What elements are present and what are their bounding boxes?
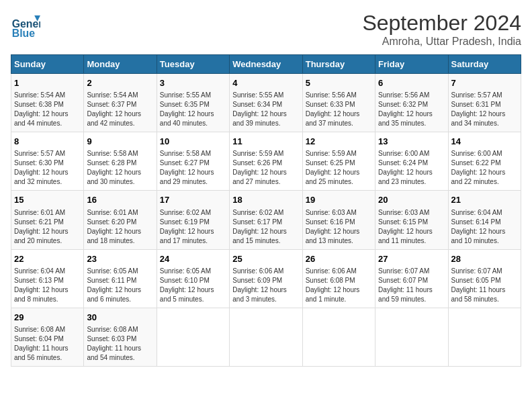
table-row: 5Sunrise: 5:56 AM Sunset: 6:33 PM Daylig… [302, 74, 375, 132]
day-info: Sunrise: 6:08 AM Sunset: 6:04 PM Dayligh… [14, 325, 81, 363]
day-info: Sunrise: 5:54 AM Sunset: 6:37 PM Dayligh… [87, 91, 153, 128]
title-block: September 2024 Amroha, Uttar Pradesh, In… [362, 11, 521, 48]
day-number: 29 [14, 312, 81, 324]
table-row: 29Sunrise: 6:08 AM Sunset: 6:04 PM Dayli… [11, 308, 84, 366]
empty-cell [157, 308, 229, 366]
day-number: 30 [87, 312, 153, 324]
calendar-header-row: Sunday Monday Tuesday Wednesday Thursday… [11, 55, 521, 74]
calendar-row: 8Sunrise: 5:57 AM Sunset: 6:30 PM Daylig… [11, 132, 521, 191]
day-number: 4 [232, 77, 299, 89]
logo: General Blue [11, 11, 43, 40]
col-sunday: Sunday [11, 55, 84, 74]
day-number: 28 [451, 253, 518, 265]
table-row: 2Sunrise: 5:54 AM Sunset: 6:37 PM Daylig… [84, 74, 157, 132]
day-number: 18 [232, 194, 299, 206]
day-info: Sunrise: 6:06 AM Sunset: 6:09 PM Dayligh… [232, 267, 299, 304]
day-number: 2 [87, 77, 153, 89]
day-number: 25 [232, 253, 299, 265]
day-info: Sunrise: 6:05 AM Sunset: 6:10 PM Dayligh… [160, 267, 226, 304]
table-row: 1Sunrise: 5:54 AM Sunset: 6:38 PM Daylig… [11, 74, 84, 132]
table-row: 27Sunrise: 6:07 AM Sunset: 6:07 PM Dayli… [375, 249, 448, 308]
day-info: Sunrise: 6:01 AM Sunset: 6:21 PM Dayligh… [14, 208, 81, 246]
day-number: 24 [160, 253, 226, 265]
page-title: September 2024 [362, 11, 521, 36]
day-info: Sunrise: 6:00 AM Sunset: 6:24 PM Dayligh… [378, 149, 445, 187]
col-saturday: Saturday [448, 55, 521, 74]
day-number: 14 [451, 136, 518, 148]
calendar-row: 29Sunrise: 6:08 AM Sunset: 6:04 PM Dayli… [11, 308, 521, 366]
table-row: 11Sunrise: 5:59 AM Sunset: 6:26 PM Dayli… [230, 132, 302, 191]
day-number: 12 [306, 136, 372, 148]
day-number: 1 [14, 77, 81, 89]
day-info: Sunrise: 6:04 AM Sunset: 6:14 PM Dayligh… [451, 208, 518, 246]
day-number: 13 [378, 136, 445, 148]
day-info: Sunrise: 5:59 AM Sunset: 6:26 PM Dayligh… [232, 149, 299, 187]
day-number: 23 [87, 253, 153, 265]
table-row: 26Sunrise: 6:06 AM Sunset: 6:08 PM Dayli… [302, 249, 375, 308]
day-number: 10 [160, 136, 226, 148]
day-info: Sunrise: 5:57 AM Sunset: 6:31 PM Dayligh… [451, 91, 518, 128]
day-number: 26 [306, 253, 372, 265]
day-number: 22 [14, 253, 81, 265]
day-info: Sunrise: 6:07 AM Sunset: 6:07 PM Dayligh… [378, 267, 445, 304]
empty-cell [448, 308, 521, 366]
day-number: 7 [451, 77, 518, 89]
day-info: Sunrise: 5:56 AM Sunset: 6:32 PM Dayligh… [378, 91, 445, 128]
table-row: 3Sunrise: 5:55 AM Sunset: 6:35 PM Daylig… [157, 74, 229, 132]
col-thursday: Thursday [302, 55, 375, 74]
calendar-row: 1Sunrise: 5:54 AM Sunset: 6:38 PM Daylig… [11, 74, 521, 132]
day-info: Sunrise: 5:54 AM Sunset: 6:38 PM Dayligh… [14, 91, 81, 128]
table-row: 28Sunrise: 6:07 AM Sunset: 6:05 PM Dayli… [448, 249, 521, 308]
table-row: 9Sunrise: 5:58 AM Sunset: 6:28 PM Daylig… [84, 132, 157, 191]
day-number: 6 [378, 77, 445, 89]
table-row: 16Sunrise: 6:01 AM Sunset: 6:20 PM Dayli… [84, 191, 157, 249]
day-number: 11 [232, 136, 299, 148]
table-row: 30Sunrise: 6:08 AM Sunset: 6:03 PM Dayli… [84, 308, 157, 366]
day-info: Sunrise: 6:01 AM Sunset: 6:20 PM Dayligh… [87, 208, 153, 246]
empty-cell [375, 308, 448, 366]
calendar-row: 22Sunrise: 6:04 AM Sunset: 6:13 PM Dayli… [11, 249, 521, 308]
table-row: 25Sunrise: 6:06 AM Sunset: 6:09 PM Dayli… [230, 249, 302, 308]
col-monday: Monday [84, 55, 157, 74]
day-number: 20 [378, 194, 445, 206]
table-row: 7Sunrise: 5:57 AM Sunset: 6:31 PM Daylig… [448, 74, 521, 132]
page-header: General Blue September 2024 Amroha, Utta… [11, 11, 521, 48]
day-info: Sunrise: 6:03 AM Sunset: 6:16 PM Dayligh… [306, 208, 372, 246]
calendar-table: Sunday Monday Tuesday Wednesday Thursday… [11, 54, 521, 367]
table-row: 20Sunrise: 6:03 AM Sunset: 6:15 PM Dayli… [375, 191, 448, 249]
table-row: 24Sunrise: 6:05 AM Sunset: 6:10 PM Dayli… [157, 249, 229, 308]
day-info: Sunrise: 6:00 AM Sunset: 6:22 PM Dayligh… [451, 149, 518, 187]
day-info: Sunrise: 6:07 AM Sunset: 6:05 PM Dayligh… [451, 267, 518, 304]
day-number: 5 [306, 77, 372, 89]
day-info: Sunrise: 5:56 AM Sunset: 6:33 PM Dayligh… [306, 91, 372, 128]
table-row: 23Sunrise: 6:05 AM Sunset: 6:11 PM Dayli… [84, 249, 157, 308]
day-number: 19 [306, 194, 372, 206]
col-wednesday: Wednesday [230, 55, 302, 74]
empty-cell [302, 308, 375, 366]
table-row: 13Sunrise: 6:00 AM Sunset: 6:24 PM Dayli… [375, 132, 448, 191]
table-row: 10Sunrise: 5:58 AM Sunset: 6:27 PM Dayli… [157, 132, 229, 191]
day-info: Sunrise: 6:06 AM Sunset: 6:08 PM Dayligh… [306, 267, 372, 304]
table-row: 8Sunrise: 5:57 AM Sunset: 6:30 PM Daylig… [11, 132, 84, 191]
empty-cell [230, 308, 302, 366]
calendar-row: 15Sunrise: 6:01 AM Sunset: 6:21 PM Dayli… [11, 191, 521, 249]
svg-text:Blue: Blue [12, 28, 35, 39]
page-subtitle: Amroha, Uttar Pradesh, India [362, 36, 521, 48]
table-row: 14Sunrise: 6:00 AM Sunset: 6:22 PM Dayli… [448, 132, 521, 191]
day-info: Sunrise: 5:58 AM Sunset: 6:28 PM Dayligh… [87, 149, 153, 187]
day-info: Sunrise: 5:55 AM Sunset: 6:34 PM Dayligh… [232, 91, 299, 128]
day-number: 15 [14, 194, 81, 206]
day-info: Sunrise: 5:58 AM Sunset: 6:27 PM Dayligh… [160, 149, 226, 187]
day-number: 17 [160, 194, 226, 206]
day-info: Sunrise: 6:02 AM Sunset: 6:19 PM Dayligh… [160, 208, 226, 246]
day-info: Sunrise: 5:59 AM Sunset: 6:25 PM Dayligh… [306, 149, 372, 187]
table-row: 18Sunrise: 6:02 AM Sunset: 6:17 PM Dayli… [230, 191, 302, 249]
table-row: 17Sunrise: 6:02 AM Sunset: 6:19 PM Dayli… [157, 191, 229, 249]
day-number: 16 [87, 194, 153, 206]
day-number: 21 [451, 194, 518, 206]
table-row: 15Sunrise: 6:01 AM Sunset: 6:21 PM Dayli… [11, 191, 84, 249]
table-row: 6Sunrise: 5:56 AM Sunset: 6:32 PM Daylig… [375, 74, 448, 132]
day-number: 8 [14, 136, 81, 148]
table-row: 21Sunrise: 6:04 AM Sunset: 6:14 PM Dayli… [448, 191, 521, 249]
day-number: 3 [160, 77, 226, 89]
